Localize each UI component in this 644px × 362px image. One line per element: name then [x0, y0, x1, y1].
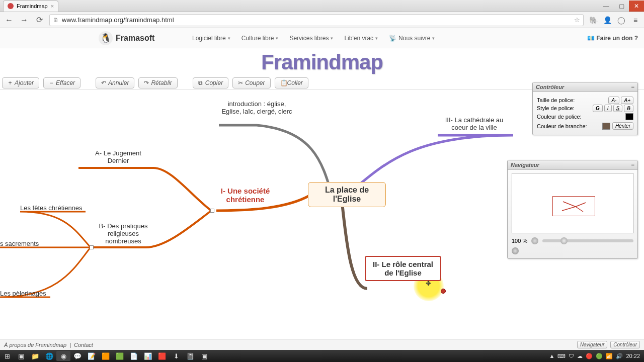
window-minimize-button[interactable]: — — [599, 1, 614, 12]
node-i[interactable]: I- Une société chrétienne — [214, 187, 277, 204]
forward-button[interactable]: → — [19, 15, 29, 25]
underline-button[interactable]: S — [613, 105, 623, 112]
bookmark-star-icon[interactable]: ☆ — [574, 16, 580, 24]
rss-icon: 📡 — [389, 35, 396, 42]
contact-link[interactable]: Contact — [74, 342, 93, 348]
cut-icon: ✂ — [238, 79, 243, 86]
extension-evernote-icon[interactable]: 🐘 — [589, 16, 598, 25]
zoom-slider[interactable] — [542, 239, 633, 242]
app-icon[interactable]: 📓 — [183, 351, 197, 361]
minimap[interactable] — [512, 173, 633, 233]
controller-panel[interactable]: Contrôleur − Taille de police: A- A+ Sty… — [532, 82, 638, 135]
collapse-icon[interactable]: − — [631, 162, 634, 168]
italic-button[interactable]: I — [604, 105, 612, 112]
node-toggle-handle[interactable] — [210, 209, 214, 213]
extension-user-icon[interactable]: 👤 — [603, 16, 612, 25]
plus-icon: + — [8, 79, 13, 86]
node-a[interactable]: A- Le Jugement Dernier — [86, 149, 151, 164]
redo-button[interactable]: ↷Rétablir — [138, 77, 177, 88]
undo-button[interactable]: ↶Annuler — [96, 77, 134, 88]
menu-logiciel[interactable]: Logiciel libre▾ — [192, 35, 230, 42]
node-b[interactable]: B- Des pratiques religieuses nombreuses — [93, 222, 153, 245]
app-icon[interactable]: 📊 — [141, 351, 155, 361]
strike-button[interactable]: B — [624, 105, 633, 112]
chrome-icon[interactable]: ◉ — [56, 351, 70, 361]
back-button[interactable]: ← — [4, 15, 14, 25]
navigator-panel[interactable]: Navigateur − 100 % — [507, 160, 638, 259]
browser-tab[interactable]: Framindmap × — [3, 1, 58, 12]
system-tray[interactable]: ▲ ⌨ 🛡 ☁ 🔴 🟢 📶 🔊 20:22 — [549, 353, 644, 359]
branch-color-swatch[interactable] — [602, 123, 610, 130]
footer-controller-button[interactable]: Contrôleur — [610, 341, 640, 348]
bold-button[interactable]: G — [593, 105, 603, 112]
taskview-icon[interactable]: ▣ — [14, 351, 28, 361]
zoom-value: 100 % — [512, 238, 527, 244]
font-size-label: Taille de police: — [537, 97, 575, 103]
tray-icon[interactable]: ▲ — [549, 353, 555, 359]
node-root[interactable]: La place de l'Eglise — [308, 182, 386, 207]
tray-icon[interactable]: ⌨ — [557, 353, 566, 359]
node-toggle-handle[interactable] — [90, 245, 94, 249]
window-close-button[interactable]: ✕ — [629, 1, 644, 12]
start-button[interactable]: ⊞ — [0, 351, 14, 361]
volume-icon[interactable]: 🔊 — [616, 353, 623, 359]
app-icon[interactable]: 🟧 — [99, 351, 113, 361]
app-icon[interactable]: 🟥 — [155, 351, 169, 361]
tray-icon[interactable]: 🛡 — [569, 353, 574, 359]
navigator-header[interactable]: Navigateur − — [508, 160, 637, 170]
menu-culture[interactable]: Culture libre▾ — [242, 35, 279, 42]
about-link[interactable]: À propos de Framindmap — [4, 342, 66, 348]
app-icon[interactable]: 📝 — [85, 351, 99, 361]
font-color-swatch[interactable] — [625, 113, 633, 120]
zoom-slider-handle[interactable] — [560, 237, 568, 244]
node-intro[interactable]: introduction : église, Eglise, laïc, cle… — [220, 100, 293, 115]
window-maximize-button[interactable]: ▢ — [614, 1, 629, 12]
add-button[interactable]: +Ajouter — [2, 77, 39, 88]
extension-circle-icon[interactable]: ◯ — [617, 16, 626, 25]
node-ii-selected[interactable]: II- Le rôle central de l'Eglise — [365, 256, 441, 281]
app-icon[interactable]: 💬 — [70, 351, 85, 361]
terminal-icon[interactable]: ▣ — [197, 351, 211, 361]
zoom-lock-icon[interactable] — [531, 237, 538, 244]
windows-taskbar[interactable]: ⊞ ▣ 📁 🌐 ◉ 💬 📝 🟧 🟩 📄 📊 🟥 ⬇ 📓 ▣ ▲ ⌨ 🛡 ☁ 🔴 … — [0, 350, 644, 362]
delete-button[interactable]: −Effacer — [43, 77, 80, 88]
donate-link[interactable]: 💶 Faire un don ? — [587, 35, 638, 42]
copy-button[interactable]: ⧉Copier — [193, 77, 228, 88]
app-icon[interactable]: 🌐 — [42, 351, 56, 361]
minimap-viewport[interactable] — [552, 196, 595, 216]
node-pelerinages[interactable]: Les pèlerinages — [0, 290, 50, 297]
compass-icon[interactable] — [512, 247, 519, 254]
menu-liben[interactable]: Lib'en vrac▾ — [344, 35, 378, 42]
caret-icon: ▾ — [432, 36, 435, 41]
undo-icon: ↶ — [101, 79, 106, 86]
font-color-label: Couleur de police: — [537, 114, 582, 120]
footer-navigator-button[interactable]: Navigateur — [577, 341, 607, 348]
paste-button[interactable]: 📋Coller — [275, 77, 308, 88]
node-iii[interactable]: III- La cathédrale au coeur de la ville — [438, 116, 511, 131]
node-fetes[interactable]: Les fêtes chrétiennes — [20, 204, 91, 212]
font-size-inc-button[interactable]: A+ — [621, 97, 633, 104]
app-icon[interactable]: 🟩 — [113, 351, 127, 361]
chrome-menu-icon[interactable]: ≡ — [631, 16, 640, 25]
app-icon[interactable]: ⬇ — [169, 351, 183, 361]
app-icon[interactable]: 📄 — [127, 351, 141, 361]
explorer-icon[interactable]: 📁 — [28, 351, 42, 361]
menu-services[interactable]: Services libres▾ — [289, 35, 333, 42]
inherit-button[interactable]: Hériter — [612, 122, 633, 130]
clock[interactable]: 20:22 — [626, 353, 640, 359]
collapse-icon[interactable]: − — [631, 84, 634, 90]
tray-icon[interactable]: 🟢 — [596, 353, 603, 359]
tray-icon[interactable]: 🔴 — [586, 353, 593, 359]
brand[interactable]: 🐧 Framasoft — [99, 31, 154, 45]
cut-button[interactable]: ✂Couper — [232, 77, 270, 88]
font-size-dec-button[interactable]: A- — [608, 97, 619, 104]
address-bar[interactable]: 🗎 www.framindmap.org/framindmap.html ☆ — [49, 14, 584, 26]
menu-suivre[interactable]: 📡Nous suivre▾ — [389, 35, 435, 42]
tab-close-icon[interactable]: × — [51, 3, 54, 9]
controller-header[interactable]: Contrôleur − — [533, 82, 637, 92]
node-drag-handle[interactable] — [441, 289, 446, 294]
node-sacrements[interactable]: s sacrements — [0, 240, 45, 247]
reload-button[interactable]: ⟳ — [34, 15, 44, 25]
tray-icon[interactable]: ☁ — [577, 353, 583, 359]
tray-icon[interactable]: 📶 — [606, 353, 613, 359]
